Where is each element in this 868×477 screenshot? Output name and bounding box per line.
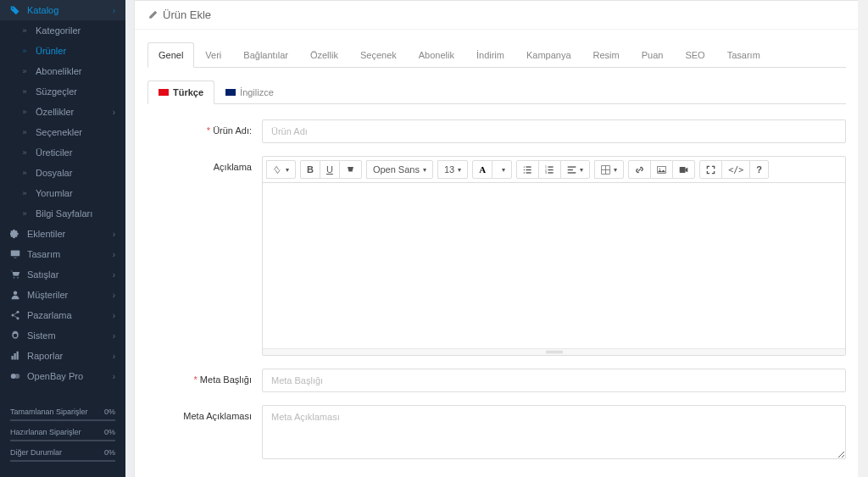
sidebar-sub-ureticiler[interactable]: »Üreticiler — [0, 142, 125, 163]
sidebar-sub-label: Seçenekler — [36, 127, 82, 137]
sidebar-sub-secenekler[interactable]: »Seçenekler — [0, 122, 125, 142]
editor-ul-button[interactable] — [516, 160, 539, 179]
sidebar-item-sistem[interactable]: Sistem› — [0, 325, 125, 346]
sidebar-item-openbay[interactable]: OpenBay Pro› — [0, 366, 125, 386]
sidebar-item-katalog[interactable]: Katalog › — [0, 0, 125, 20]
svg-rect-10 — [17, 352, 19, 360]
editor-link-button[interactable] — [628, 160, 651, 179]
arrow-icon: » — [19, 26, 31, 35]
sidebar-item-eklentiler[interactable]: Eklentiler› — [0, 224, 125, 244]
tab-genel[interactable]: Genel — [147, 42, 194, 68]
sidebar-sub-bilgi[interactable]: »Bilgi Sayfaları — [0, 203, 125, 224]
sidebar-item-musteriler[interactable]: Müşteriler› — [0, 285, 125, 305]
puzzle-icon — [10, 229, 22, 239]
svg-point-4 — [14, 291, 18, 296]
lang-tab-turkce[interactable]: Türkçe — [147, 80, 214, 104]
flag-en-icon — [225, 89, 236, 96]
sidebar-sub-urunler[interactable]: »Ürünler — [0, 41, 125, 61]
sidebar-sub-label: Bilgi Sayfaları — [36, 208, 92, 219]
editor-code-button[interactable]: </> — [721, 160, 750, 179]
meta-title-input[interactable] — [262, 369, 846, 392]
svg-rect-20 — [548, 166, 554, 167]
editor-textarea[interactable] — [263, 183, 845, 348]
chevron-right-icon: › — [113, 230, 115, 239]
sidebar-sub-yorumlar[interactable]: »Yorumlar — [0, 183, 125, 203]
editor-underline-button[interactable]: U — [320, 160, 340, 179]
editor-video-button[interactable] — [672, 160, 695, 179]
desktop-icon — [10, 249, 22, 259]
tab-resim[interactable]: Resim — [582, 42, 631, 68]
tab-abonelik[interactable]: Abonelik — [408, 42, 465, 68]
meta-title-label: * Meta Başlığı — [147, 369, 262, 392]
editor-style-button[interactable]: ▾ — [266, 160, 296, 179]
editor-forecolor-button[interactable]: A — [472, 160, 492, 179]
editor-clear-button[interactable] — [339, 160, 362, 179]
chevron-right-icon: › — [113, 331, 115, 341]
tab-secenek[interactable]: Seçenek — [349, 42, 408, 68]
chevron-right-icon: › — [113, 270, 115, 280]
editor-resize-handle[interactable] — [263, 348, 845, 355]
editor-forecolor-more-button[interactable]: ▾ — [492, 160, 512, 179]
editor-ol-button[interactable]: 123 — [538, 160, 561, 179]
tab-tasarim[interactable]: Tasarım — [716, 42, 771, 68]
status-pct: 0% — [104, 408, 115, 416]
sidebar-label: OpenBay Pro — [27, 371, 83, 381]
tab-kampanya[interactable]: Kampanya — [515, 42, 582, 68]
status-label: Hazırlanan Siparişler — [10, 428, 81, 436]
sidebar-sub-kategoriler[interactable]: »Kategoriler — [0, 20, 125, 41]
editor-help-button[interactable]: ? — [749, 160, 769, 179]
sidebar-label: Eklentiler — [27, 229, 65, 239]
sidebar-item-pazarlama[interactable]: Pazarlama› — [0, 305, 125, 325]
arrow-icon: » — [19, 47, 31, 55]
meta-desc-textarea[interactable] — [262, 405, 846, 459]
share-icon — [10, 310, 22, 320]
scrollbar[interactable] — [858, 0, 868, 477]
sidebar-sub-suzgecler[interactable]: »Süzgeçler — [0, 81, 125, 102]
label-text: Meta Başlığı — [200, 374, 252, 385]
form-group-name: * Ürün Adı: — [147, 119, 846, 143]
caret-icon: ▾ — [580, 166, 583, 174]
sidebar-item-tasarim[interactable]: Tasarım› — [0, 244, 125, 264]
sidebar-label: Müşteriler — [27, 290, 68, 300]
chevron-right-icon: › — [113, 108, 115, 117]
editor-table-button[interactable]: ▾ — [594, 160, 624, 179]
editor-align-button[interactable]: ▾ — [560, 160, 590, 179]
name-input[interactable] — [262, 119, 846, 143]
svg-rect-9 — [14, 353, 16, 360]
tab-baglantilar[interactable]: Bağlantılar — [232, 42, 299, 68]
sidebar-sub-dosyalar[interactable]: »Dosyalar — [0, 163, 125, 183]
svg-point-6 — [12, 314, 14, 317]
sidebar-sub-label: Ürünler — [36, 46, 66, 56]
sidebar-item-raporlar[interactable]: Raporlar› — [0, 346, 125, 366]
caret-icon: ▾ — [458, 166, 461, 174]
tab-ozellik[interactable]: Özellik — [299, 42, 349, 68]
editor-image-button[interactable] — [650, 160, 673, 179]
rich-editor: ▾ B U Open Sans▾ — [262, 156, 846, 356]
caret-icon: ▾ — [423, 166, 426, 174]
tab-indirim[interactable]: İndirim — [465, 42, 515, 68]
status-label: Tamamlanan Siparişler — [10, 408, 88, 416]
status-label: Diğer Durumlar — [10, 448, 62, 457]
chevron-right-icon: › — [113, 6, 115, 15]
lang-tab-ingilizce[interactable]: İngilizce — [214, 80, 285, 104]
status-pct: 0% — [104, 428, 115, 436]
sidebar-sub-label: Üreticiler — [36, 147, 72, 158]
svg-point-3 — [17, 277, 19, 279]
sidebar-label: Katalog — [27, 5, 58, 15]
editor-bold-button[interactable]: B — [300, 160, 320, 179]
sidebar-sub-ozellikler[interactable]: »Özellikler› — [0, 102, 125, 122]
sidebar-label: Tasarım — [27, 249, 60, 259]
tab-puan[interactable]: Puan — [631, 42, 675, 68]
sidebar-item-satislar[interactable]: Satışlar› — [0, 264, 125, 285]
tab-veri[interactable]: Veri — [194, 42, 232, 68]
status-row: Tamamlanan Siparişler0% — [10, 408, 115, 416]
editor-size-button[interactable]: 13▾ — [437, 160, 468, 179]
svg-rect-26 — [568, 169, 573, 169]
tab-seo[interactable]: SEO — [674, 42, 715, 68]
svg-rect-18 — [526, 172, 531, 173]
sidebar-sub-abonelikler[interactable]: »Abonelikler — [0, 61, 125, 81]
svg-rect-25 — [568, 166, 576, 167]
editor-fullscreen-button[interactable] — [699, 160, 722, 179]
arrow-icon: » — [19, 148, 31, 157]
editor-font-button[interactable]: Open Sans▾ — [366, 160, 433, 179]
